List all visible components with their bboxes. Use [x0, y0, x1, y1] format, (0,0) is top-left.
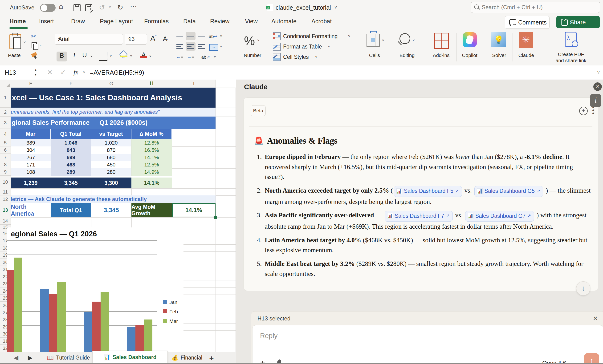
bar-Feb-asia-pacific[interactable]	[92, 302, 101, 352]
formula-bar-expand-icon[interactable]: ˅	[597, 70, 600, 75]
claude-ribbon-icon[interactable]: ✳	[519, 32, 533, 48]
selection-close-icon[interactable]: ✕	[593, 315, 598, 322]
metric-e13[interactable]: Total Q1	[51, 203, 91, 217]
col-header-E[interactable]: E	[11, 80, 51, 88]
row-header-7[interactable]: 7	[0, 154, 11, 161]
name-box[interactable]: H13 ▲▼	[0, 66, 40, 80]
create-pdf-icon[interactable]: λ	[565, 32, 577, 47]
ribbon-tab-page-layout[interactable]: Page Layout	[100, 18, 133, 25]
search-input[interactable]: Search (Cmd + Ctrl + U)	[471, 2, 600, 13]
data-cell-r7c2[interactable]: 699	[51, 154, 91, 161]
new-chat-icon[interactable]: +	[579, 107, 588, 115]
share-button[interactable]: Share ˅	[556, 16, 600, 28]
number-chevron-icon[interactable]: ˅	[257, 38, 259, 42]
paste-button[interactable]	[9, 33, 22, 49]
format-painter-icon[interactable]	[31, 52, 37, 57]
row-header-11[interactable]: 11	[0, 188, 11, 195]
save-as-icon[interactable]	[85, 4, 92, 11]
underline-button[interactable]: U	[81, 52, 89, 61]
conditional-formatting-icon[interactable]	[273, 32, 281, 40]
data-cell-r9c3[interactable]: 280	[91, 168, 131, 176]
fat-chevron-icon[interactable]: ˅	[328, 45, 330, 48]
align-middle-icon[interactable]	[186, 32, 196, 40]
row-header-13[interactable]: 13	[0, 203, 11, 217]
data-cell-r6c4[interactable]: 16.5%	[131, 147, 172, 154]
cell-reference-chip[interactable]: Sales Dashboard F7↗	[385, 211, 453, 222]
spreadsheet-grid[interactable]: DEFGHI1234567891011121314151617181920212…	[0, 80, 236, 364]
decrease-indent-icon[interactable]: ←≡	[175, 53, 185, 61]
increase-indent-icon[interactable]: →≡	[186, 53, 196, 61]
reply-input[interactable]: Reply + ✋ Opus 4.6˅ ↑	[252, 325, 603, 364]
row-header-6[interactable]: 6	[0, 147, 11, 154]
enter-check-icon[interactable]: ✓	[60, 68, 66, 76]
sheet-tab-tutorial-guide[interactable]: 📖Tutorial Guide	[45, 352, 92, 363]
editing-chevron-icon[interactable]: ˅	[413, 38, 415, 42]
wrap-chevron-icon[interactable]: ˅	[220, 34, 222, 38]
send-button[interactable]: ↑	[584, 353, 599, 364]
data-cell-r8c4[interactable]: 12.5%	[131, 161, 172, 168]
ribbon-tab-view[interactable]: View	[245, 18, 258, 25]
ribbon-tab-draw[interactable]: Draw	[71, 18, 85, 25]
row-header-12[interactable]: 12	[0, 195, 11, 203]
cf-chevron-icon[interactable]: ˅	[348, 34, 350, 38]
table-header-Q1 Total[interactable]: Q1 Total	[51, 129, 91, 139]
banner-title[interactable]: xcel — Use Case 1: Sales Dashboard Analy…	[11, 88, 216, 108]
add-sheet-button[interactable]: +	[209, 354, 214, 363]
data-cell-r6c1[interactable]: 304	[11, 147, 51, 154]
col-header-H[interactable]: H	[131, 80, 172, 89]
ribbon-tab-insert[interactable]: Insert	[39, 18, 54, 25]
scroll-down-button[interactable]: ↓	[576, 281, 590, 296]
row-header-3[interactable]: 3	[0, 116, 11, 129]
cut-icon[interactable]: ✂	[31, 33, 36, 40]
bar-Jan-latin-america[interactable]	[127, 327, 135, 352]
formula-input[interactable]: =AVERAGE(H5:H9)	[90, 69, 144, 76]
section-title[interactable]: gional Sales Performance — Q1 2026 ($000…	[11, 116, 216, 129]
data-cell-r7c4[interactable]: 14.1%	[131, 154, 172, 161]
data-cell-r5c3[interactable]: 1,020	[91, 139, 131, 147]
italic-button[interactable]: I	[70, 52, 78, 61]
totals-cell-c3[interactable]: 3,300	[91, 178, 131, 188]
paste-chevron-icon[interactable]: ˅	[23, 40, 26, 44]
copy-icon[interactable]	[32, 42, 37, 48]
fill-handle[interactable]	[214, 216, 217, 219]
ribbon-tab-formulas[interactable]: Formulas	[144, 18, 169, 25]
document-title-chevron-icon[interactable]: ˅	[335, 5, 337, 10]
row-header-5[interactable]: 5	[0, 139, 11, 147]
data-cell-r8c3[interactable]: 450	[91, 161, 131, 168]
data-cell-r5c1[interactable]: 389	[11, 139, 51, 147]
metric-g13[interactable]: Avg MoM Growth	[131, 203, 172, 217]
bold-button[interactable]: B	[57, 52, 67, 61]
data-cell-r7c3[interactable]: 680	[91, 154, 131, 161]
cell-reference-chip[interactable]: Sales Dashboard F5↗	[394, 186, 462, 197]
row-header-10[interactable]: 10	[0, 176, 11, 188]
ribbon-tab-home[interactable]: Home	[9, 18, 26, 25]
bar-Mar-north-america[interactable]	[14, 258, 22, 352]
fill-color-icon[interactable]	[120, 52, 128, 58]
font-size-select[interactable]: 13˅	[125, 34, 147, 45]
table-header-vs Target[interactable]: vs Target	[91, 129, 131, 139]
comments-button[interactable]: Comments	[505, 16, 550, 29]
cell-styles-label[interactable]: Cell Styles	[283, 54, 309, 60]
bar-Feb-north-america[interactable]	[7, 270, 14, 352]
font-color-chevron-icon[interactable]: ˅	[149, 54, 151, 58]
align-left-icon[interactable]	[175, 42, 185, 51]
row-header-8[interactable]: 8	[0, 161, 11, 168]
fill-color-chevron-icon[interactable]: ˅	[130, 54, 132, 58]
table-header-Mar[interactable]: Mar	[11, 129, 51, 139]
row-header-4[interactable]: 4	[0, 129, 11, 139]
row-header-1[interactable]: 1	[0, 88, 11, 108]
data-cell-r5c4[interactable]: 12.8%	[131, 139, 172, 147]
info-tab-icon[interactable]: i	[590, 94, 601, 107]
orientation-chevron-icon[interactable]: ˅	[214, 55, 216, 59]
cell-reference-chip[interactable]: Sales Dashboard G7↗	[465, 211, 534, 222]
ribbon-tab-review[interactable]: Review	[210, 18, 229, 25]
data-cell-r9c4[interactable]: 14.9%	[131, 168, 172, 176]
ribbon-tab-acrobat[interactable]: Acrobat	[311, 18, 332, 25]
table-header-Δ MoM %[interactable]: Δ MoM %	[131, 129, 172, 139]
editing-icon[interactable]	[399, 33, 410, 44]
data-cell-r9c1[interactable]: 108	[11, 168, 51, 176]
data-cell-r8c1[interactable]: 171	[11, 161, 51, 168]
row-header-14[interactable]: 14	[0, 217, 11, 225]
totals-cell-c1[interactable]: 1,239	[11, 178, 51, 188]
claude-close-icon[interactable]: ✕	[593, 82, 602, 91]
